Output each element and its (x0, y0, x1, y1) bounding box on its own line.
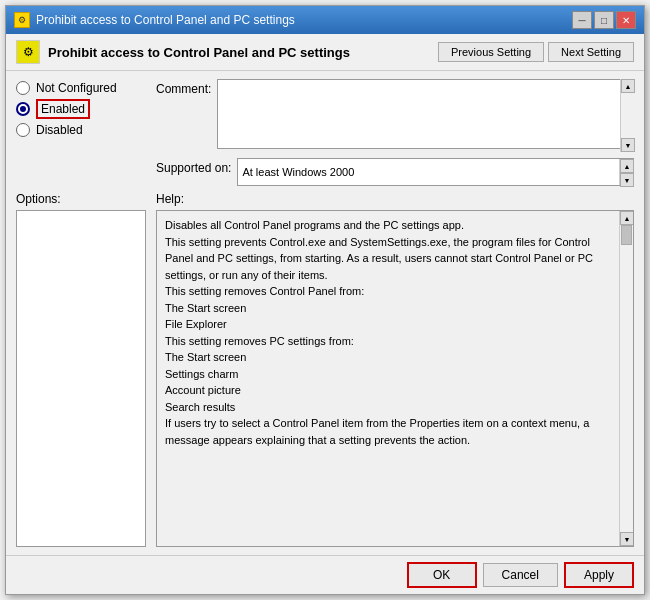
middle-section: Options: Help: (16, 192, 634, 206)
next-setting-button[interactable]: Next Setting (548, 42, 634, 62)
top-section: Not Configured Enabled Disabled (16, 79, 634, 186)
title-buttons: ─ □ ✕ (572, 11, 636, 29)
help-scrollbar: ▲ ▼ (619, 211, 633, 546)
help-para-4: This setting removes PC settings from:Th… (165, 333, 611, 416)
supported-scroll-up[interactable]: ▲ (620, 159, 634, 173)
comment-row: Comment: ▲ ▼ (156, 79, 634, 152)
radio-not-configured-input[interactable] (16, 81, 30, 95)
apply-button[interactable]: Apply (564, 562, 634, 588)
supported-scroll-down[interactable]: ▼ (620, 173, 634, 187)
header-title: Prohibit access to Control Panel and PC … (48, 45, 350, 60)
right-section: Comment: ▲ ▼ Supported on: At least Wind… (156, 79, 634, 186)
radio-enabled[interactable]: Enabled (16, 99, 146, 119)
window-title: Prohibit access to Control Panel and PC … (36, 13, 295, 27)
supported-label: Supported on: (156, 158, 231, 175)
supported-scrollbar: ▲ ▼ (619, 159, 633, 185)
radio-dot (20, 106, 26, 112)
help-scroll-up[interactable]: ▲ (620, 211, 634, 225)
help-panel-container: Disables all Control Panel programs and … (156, 210, 634, 547)
supported-value: At least Windows 2000 (242, 166, 354, 178)
maximize-button[interactable]: □ (594, 11, 614, 29)
radio-enabled-label: Enabled (41, 102, 85, 116)
options-panel (16, 210, 146, 547)
radio-not-configured-label: Not Configured (36, 81, 117, 95)
options-label: Options: (16, 192, 146, 206)
main-panels: Disables all Control Panel programs and … (16, 210, 634, 547)
radio-disabled[interactable]: Disabled (16, 123, 146, 137)
window-icon: ⚙ (14, 12, 30, 28)
help-para-2: This setting prevents Control.exe and Sy… (165, 234, 611, 284)
help-label: Help: (156, 192, 184, 206)
header-title-area: ⚙ Prohibit access to Control Panel and P… (16, 40, 350, 64)
radio-enabled-input[interactable] (16, 102, 30, 116)
radio-not-configured[interactable]: Not Configured (16, 81, 146, 95)
scroll-up-arrow[interactable]: ▲ (621, 79, 635, 93)
radio-disabled-label: Disabled (36, 123, 83, 137)
title-bar: ⚙ Prohibit access to Control Panel and P… (6, 6, 644, 34)
footer: OK Cancel Apply (6, 555, 644, 594)
scroll-track (621, 93, 634, 138)
header-icon: ⚙ (16, 40, 40, 64)
help-para-3: This setting removes Control Panel from:… (165, 283, 611, 333)
comment-label: Comment: (156, 79, 211, 96)
help-text: Disables all Control Panel programs and … (157, 211, 619, 546)
title-bar-left: ⚙ Prohibit access to Control Panel and P… (14, 12, 295, 28)
previous-setting-button[interactable]: Previous Setting (438, 42, 544, 62)
ok-button[interactable]: OK (407, 562, 477, 588)
help-para-5: If users try to select a Control Panel i… (165, 415, 611, 448)
help-para-1: Disables all Control Panel programs and … (165, 217, 611, 234)
comment-scrollbar: ▲ ▼ (620, 79, 634, 152)
help-scroll-down[interactable]: ▼ (620, 532, 634, 546)
radio-disabled-input[interactable] (16, 123, 30, 137)
header-buttons: Previous Setting Next Setting (438, 42, 634, 62)
minimize-button[interactable]: ─ (572, 11, 592, 29)
content-area: Not Configured Enabled Disabled (6, 71, 644, 555)
radio-group: Not Configured Enabled Disabled (16, 79, 146, 186)
help-scroll-track (620, 225, 633, 532)
help-scroll-thumb (621, 225, 632, 245)
header-bar: ⚙ Prohibit access to Control Panel and P… (6, 34, 644, 71)
main-window: ⚙ Prohibit access to Control Panel and P… (5, 5, 645, 595)
close-button[interactable]: ✕ (616, 11, 636, 29)
cancel-button[interactable]: Cancel (483, 563, 558, 587)
comment-input[interactable] (217, 79, 634, 149)
scroll-down-arrow[interactable]: ▼ (621, 138, 635, 152)
supported-row: Supported on: At least Windows 2000 ▲ ▼ (156, 158, 634, 186)
